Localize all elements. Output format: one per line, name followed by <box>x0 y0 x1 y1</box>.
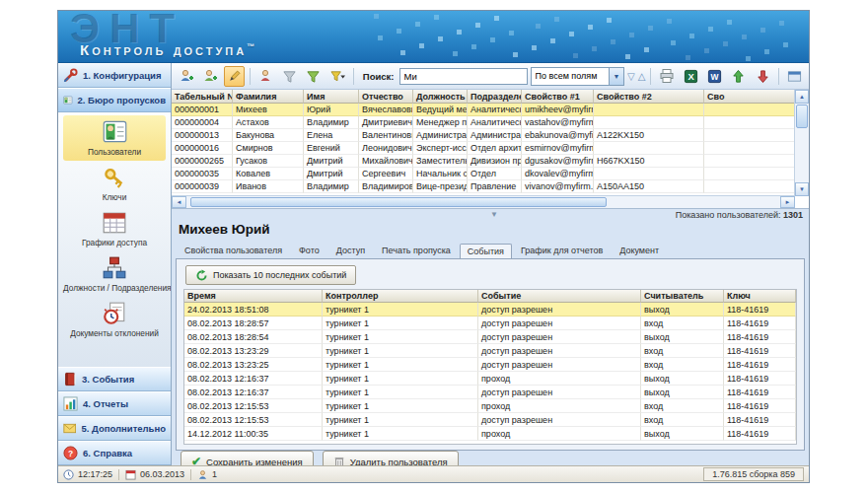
table-row[interactable]: 08.02.2013 12:16:37турникет 1доступ разр… <box>184 386 796 399</box>
column-header[interactable]: Время <box>184 290 323 303</box>
scroll-left-icon[interactable]: ◄ <box>172 196 186 208</box>
users-horizontal-scrollbar[interactable]: ◄ ► <box>172 195 795 208</box>
sidebar-section-reports[interactable]: 4. Отчеты <box>58 391 171 416</box>
column-header[interactable]: Контроллер <box>323 290 478 303</box>
printer-icon <box>659 68 675 84</box>
users-vertical-scrollbar[interactable]: ▲ ▼ <box>794 90 809 196</box>
export-word-button[interactable]: W <box>704 66 725 87</box>
collapse-splitter-icon[interactable]: ▼ <box>490 210 498 219</box>
add-user-button[interactable] <box>176 66 196 87</box>
table-cell: Начальник отдела <box>413 168 468 180</box>
tab-events[interactable]: События <box>460 244 512 259</box>
export-excel-button[interactable]: X <box>681 66 701 87</box>
table-row[interactable]: 000000039ИвановВладимирВладимировичВице-… <box>172 180 795 193</box>
table-row[interactable]: 000000035КовалевДмитрийСергеевичНачальни… <box>172 168 795 180</box>
scroll-track[interactable] <box>608 196 780 208</box>
detail-panel: ▼ Показано пользователей: 1301 Михеев Юр… <box>172 209 809 465</box>
sidebar-item-positions-departments[interactable]: Должности / Подразделения <box>63 252 166 297</box>
table-row[interactable]: 000000004АстаховВладимирДмитриевичМенедж… <box>172 116 795 129</box>
scrollbar-thumb[interactable] <box>190 197 607 207</box>
table-cell: Административный <box>468 129 522 142</box>
find-prev-icon[interactable]: △ <box>638 71 646 82</box>
column-header[interactable]: Сво <box>704 90 795 104</box>
trademark: ™ <box>247 42 254 51</box>
table-row[interactable]: 08.02.2013 12:15:53турникет 1доступ разр… <box>184 413 796 427</box>
tab-access[interactable]: Доступ <box>328 243 373 258</box>
sidebar-item-users[interactable]: Пользователи <box>63 115 166 161</box>
add-user-alt-button[interactable] <box>199 66 220 87</box>
filter-clear-button[interactable] <box>279 66 300 87</box>
pixel-square <box>708 27 713 32</box>
column-header[interactable]: Имя <box>304 90 359 104</box>
column-header[interactable]: Свойство #2 <box>594 90 704 104</box>
scroll-down-icon[interactable]: ▼ <box>795 182 809 196</box>
pixel-square <box>475 23 480 28</box>
column-header[interactable]: Ключ <box>724 290 796 303</box>
edit-user-button[interactable] <box>224 66 245 87</box>
table-row[interactable]: 08.02.2013 12:15:53турникет 1проходвход1… <box>184 399 796 413</box>
table-cell: Бакунова <box>233 129 304 142</box>
scroll-right-icon[interactable]: ► <box>780 196 795 208</box>
tab-user-properties[interactable]: Свойства пользователя <box>177 243 290 258</box>
delete-user-button[interactable] <box>255 66 276 87</box>
table-cell: 118-41619 <box>724 399 796 413</box>
table-cell: Правление <box>468 180 522 193</box>
sidebar-section-events[interactable]: 3. События <box>58 367 171 391</box>
column-header[interactable]: Фамилия <box>233 90 304 104</box>
sidebar-item-access-schedules[interactable]: Графики доступа <box>63 207 166 251</box>
column-header[interactable]: Табельный № <box>172 90 233 104</box>
card-view-button[interactable] <box>784 66 805 87</box>
sidebar-section-extras[interactable]: 5. Дополнительно <box>58 416 171 441</box>
table-row[interactable]: 0000000265ГусаковДмитрийМихайловичЗамест… <box>172 155 795 168</box>
delete-user-icon <box>257 68 273 84</box>
search-field-select[interactable]: По всем полям▼ <box>531 67 624 86</box>
tab-pass-print[interactable]: Печать пропуска <box>374 243 459 258</box>
table-cell: 000000001 <box>172 104 233 116</box>
tab-report-schedule[interactable]: График для отчетов <box>513 243 611 258</box>
column-header[interactable]: Считыватель <box>641 290 724 303</box>
table-cell: вход <box>641 399 724 413</box>
column-header[interactable]: Подразделение <box>468 90 522 104</box>
table-row[interactable]: 14.12.2012 11:00:35турникет 1проходвыход… <box>184 427 796 441</box>
scroll-track[interactable] <box>795 129 809 182</box>
table-row[interactable]: 000000013БакуноваЕленаВалентиновнаАдмини… <box>172 129 795 142</box>
filter-menu-button[interactable] <box>327 66 348 87</box>
table-cell: 08.02.2013 13:23:29 <box>184 344 323 358</box>
table-cell: A122KX150 <box>594 129 704 142</box>
filter-button[interactable] <box>303 66 324 87</box>
table-row[interactable]: 08.02.2013 13:23:29турникет 1доступ разр… <box>184 344 796 358</box>
table-row[interactable]: 24.02.2013 18:51:08турникет 1доступ разр… <box>184 303 796 317</box>
column-header[interactable]: Событие <box>478 290 641 303</box>
scrollbar-thumb[interactable] <box>796 105 808 128</box>
sidebar-item-keys[interactable]: Ключи <box>63 162 166 206</box>
export-button[interactable] <box>752 66 772 87</box>
column-header[interactable]: Отчество <box>359 90 413 104</box>
show-last-events-button[interactable]: Показать 10 последних событий <box>185 265 356 285</box>
table-row[interactable]: 000000001МихеевЮрийВячеславовичВедущий м… <box>172 104 795 116</box>
table-row[interactable]: 08.02.2013 13:23:25турникет 1доступ разр… <box>184 358 796 372</box>
table-cell: доступ разрешен <box>478 330 641 344</box>
tab-photo[interactable]: Фото <box>291 243 327 258</box>
table-cell <box>594 116 704 129</box>
tab-document[interactable]: Документ <box>612 243 667 258</box>
sidebar-section-pass-office[interactable]: 2. Бюро пропусков <box>58 88 171 112</box>
table-row[interactable]: 000000016СмирновЕвгенийЛеонидовичЭксперт… <box>172 142 795 155</box>
print-button[interactable] <box>656 66 677 87</box>
find-next-icon[interactable]: ▽ <box>627 71 635 82</box>
column-header[interactable]: Должность <box>413 90 468 104</box>
column-header[interactable]: Свойство #1 <box>522 90 594 104</box>
badge-icon <box>63 93 73 107</box>
sidebar: 1. Конфигурация 2. Бюро пропусков Пользо… <box>58 63 172 465</box>
scroll-up-icon[interactable]: ▲ <box>795 90 809 104</box>
sidebar-item-deviation-documents[interactable]: Документы отклонений <box>63 298 166 342</box>
table-row[interactable]: 08.02.2013 18:28:57турникет 1доступ разр… <box>184 317 796 330</box>
table-row[interactable]: 08.02.2013 12:16:37турникет 1проходвыход… <box>184 372 796 386</box>
table-cell: доступ разрешен <box>478 386 641 399</box>
add-user-alt-icon <box>202 68 218 84</box>
sidebar-section-configuration[interactable]: 1. Конфигурация <box>58 63 171 88</box>
table-row[interactable]: 08.02.2013 18:28:54турникет 1доступ разр… <box>184 330 796 344</box>
sidebar-section-help[interactable]: ? 6. Справка <box>58 441 171 465</box>
import-button[interactable] <box>728 66 749 87</box>
toolbar-separator <box>650 68 651 85</box>
search-input[interactable] <box>399 68 528 85</box>
